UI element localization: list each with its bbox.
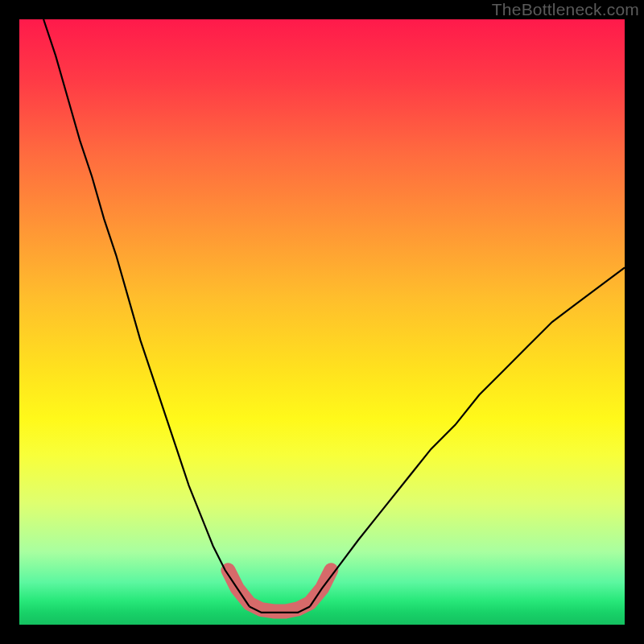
highlight-u-path (228, 570, 331, 611)
chart-frame (19, 19, 625, 625)
watermark-text: TheBottleneck.com (492, 0, 639, 19)
chart-svg (19, 19, 625, 625)
right-branch-path (310, 267, 625, 606)
left-branch-path (43, 19, 250, 606)
